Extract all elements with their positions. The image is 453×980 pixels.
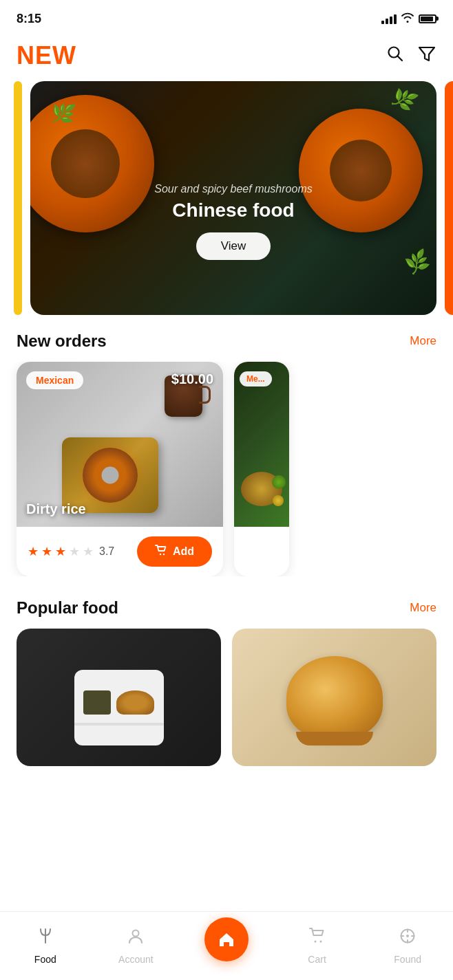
popular-food-title: Popular food: [17, 598, 118, 618]
popular-card-1[interactable]: [17, 629, 221, 766]
banner-subtitle: Sour and spicy beef mushrooms: [30, 183, 436, 195]
svg-point-8: [319, 941, 322, 943]
food-nav-icon: [36, 927, 54, 950]
new-orders-more[interactable]: More: [410, 334, 436, 348]
nav-food[interactable]: Food: [0, 927, 91, 965]
banner-text: Sour and spicy beef mushrooms Chinese fo…: [30, 183, 436, 260]
burger-plate: [71, 642, 167, 752]
order-rating-1: ★ ★ ★ ★ ★ 3.7: [28, 544, 114, 559]
status-icons: [381, 12, 436, 25]
star-3: ★: [55, 544, 66, 559]
header: NEW: [0, 34, 453, 81]
svg-point-3: [160, 554, 161, 555]
burger-bun: [116, 690, 154, 715]
account-nav-icon: [127, 927, 145, 950]
food-bread: [286, 656, 383, 739]
plate: [74, 670, 164, 745]
star-4: ★: [69, 544, 80, 559]
status-bar: 8:15: [0, 0, 453, 34]
bottom-nav: Food Account Cart: [0, 911, 453, 980]
header-actions: [386, 44, 436, 68]
svg-line-1: [398, 56, 403, 61]
popular-card-2[interactable]: [232, 629, 436, 766]
add-button-1[interactable]: Add: [137, 536, 212, 567]
search-icon[interactable]: [386, 44, 405, 68]
new-orders-title: New orders: [17, 331, 107, 351]
banner-view-button[interactable]: View: [196, 232, 271, 260]
banner-right-indicator: [445, 81, 453, 315]
popular-food-grid: [0, 629, 453, 766]
signal-icon: [381, 13, 397, 24]
popular-food-header: Popular food More: [0, 598, 453, 618]
star-1: ★: [28, 544, 39, 559]
nav-cart[interactable]: Cart: [272, 927, 363, 965]
banner-carousel: 🌿 🌿 🌿 Sour and spicy beef mushrooms Chin…: [0, 81, 453, 315]
svg-point-6: [133, 930, 139, 937]
star-5: ★: [83, 544, 94, 559]
order-card-footer-1: ★ ★ ★ ★ ★ 3.7 Add: [17, 527, 223, 576]
order-card-image-2-partial: Me...: [234, 362, 289, 527]
cart-icon-small: [155, 545, 167, 558]
orders-list: Mexican $10.00 Dirty rice ★ ★ ★ ★ ★ 3.7: [0, 362, 453, 576]
nav-home[interactable]: [181, 931, 272, 961]
order-price-1: $10.00: [171, 371, 213, 387]
status-time: 8:15: [17, 12, 41, 26]
order-tag-2-partial: Me...: [240, 371, 272, 386]
order-card-image-1: Mexican $10.00 Dirty rice: [17, 362, 223, 527]
add-label-1: Add: [173, 545, 194, 558]
svg-point-10: [406, 935, 409, 937]
partial-food-image: [234, 472, 289, 506]
order-name-1: Dirty rice: [26, 501, 86, 517]
nav-cart-label: Cart: [308, 954, 326, 965]
order-card-1: Mexican $10.00 Dirty rice ★ ★ ★ ★ ★ 3.7: [17, 362, 223, 576]
food-donut: [83, 448, 138, 503]
banner-title: Chinese food: [30, 199, 436, 221]
popular-food-section: Popular food More: [0, 598, 453, 766]
order-card-2-partial: Me...: [234, 362, 289, 576]
svg-point-4: [163, 554, 165, 555]
herb-3: 🌿: [49, 100, 76, 127]
found-nav-icon: [399, 927, 417, 950]
star-2: ★: [41, 544, 52, 559]
wifi-icon: [401, 12, 414, 25]
svg-point-7: [314, 941, 316, 943]
battery-icon: [419, 14, 436, 23]
herb-1: 🌿: [388, 83, 420, 115]
food-bread-wrapper: [232, 629, 436, 766]
nav-found-label: Found: [394, 954, 421, 965]
home-button[interactable]: [204, 917, 249, 961]
rating-value-1: 3.7: [99, 545, 114, 558]
order-tag-1: Mexican: [26, 371, 83, 389]
cart-nav-icon: [308, 927, 326, 950]
popular-food-more[interactable]: More: [410, 601, 436, 615]
nav-found[interactable]: Found: [362, 927, 453, 965]
banner-background: 🌿 🌿 🌿 Sour and spicy beef mushrooms Chin…: [30, 81, 436, 315]
filter-icon[interactable]: [417, 44, 436, 68]
nav-account[interactable]: Account: [91, 927, 182, 965]
app-title: NEW: [17, 41, 76, 70]
nav-account-label: Account: [118, 954, 154, 965]
new-orders-header: New orders More: [0, 331, 453, 351]
spice-box: [83, 690, 111, 715]
banner-main: 🌿 🌿 🌿 Sour and spicy beef mushrooms Chin…: [30, 81, 436, 315]
svg-marker-2: [419, 47, 434, 61]
nav-food-label: Food: [34, 954, 56, 965]
banner-left-indicator: [14, 81, 22, 315]
